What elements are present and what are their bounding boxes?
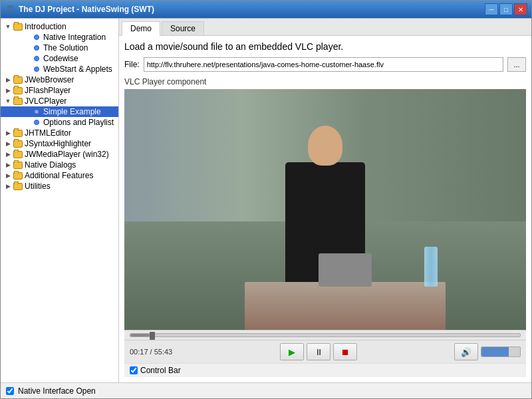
stop-icon: ⏹ — [341, 347, 350, 357]
folder-icon-introduction — [13, 22, 23, 31]
main-content: ▼ Introduction Native Integration The So… — [1, 18, 531, 382]
control-bar-row: Control Bar — [124, 363, 526, 377]
sidebar-item-the-solution[interactable]: The Solution — [1, 43, 118, 53]
dot-icon-simple-example — [31, 107, 42, 116]
water-bottle — [424, 247, 438, 287]
sidebar-item-native-dialogs[interactable]: ▶ Native Dialogs — [1, 160, 118, 170]
dot-icon-codewise — [31, 54, 42, 63]
seek-bar[interactable] — [130, 333, 521, 337]
toggle-utilities: ▶ — [3, 182, 13, 191]
sidebar-item-jflashplayer[interactable]: ▶ JFlashPlayer — [1, 85, 118, 96]
sidebar-item-webstart-applets[interactable]: WebStart & Applets — [1, 64, 118, 74]
sidebar-item-utilities[interactable]: ▶ Utilities — [1, 181, 118, 192]
label-options-playlist: Options and Playlist — [42, 118, 114, 127]
sidebar-item-native-integration[interactable]: Native Integration — [1, 32, 118, 43]
sidebar-item-simple-example[interactable]: Simple Example — [1, 106, 118, 117]
pause-button[interactable]: ⏸ — [307, 343, 331, 360]
status-bar: Native Interface Open — [1, 382, 531, 398]
volume-slider[interactable] — [481, 346, 521, 357]
spacer-2 — [22, 43, 31, 53]
vlc-label: VLC Player component — [124, 77, 526, 86]
native-interface-checkbox[interactable] — [6, 387, 14, 395]
folder-icon-jwmediaplayer — [13, 150, 23, 159]
sidebar-item-jsyntaxhighlighter[interactable]: ▶ JSyntaxHighlighter — [1, 138, 118, 149]
dot-icon-the-solution — [31, 43, 42, 53]
title-controls: ─ □ ✕ — [485, 3, 527, 15]
label-introduction: Introduction — [23, 22, 66, 31]
play-icon: ▶ — [289, 347, 295, 357]
label-utilities: Utilities — [23, 182, 51, 191]
toggle-introduction: ▼ — [3, 22, 13, 31]
native-interface-label: Native Interface Open — [18, 386, 96, 396]
folder-icon-native-dialogs — [13, 160, 23, 170]
file-row: File: ... — [124, 57, 526, 72]
tab-source[interactable]: Source — [162, 21, 204, 35]
label-jvlcplayer: JVLCPlayer — [23, 96, 66, 106]
sidebar-item-jvlcplayer[interactable]: ▼ JVLCPlayer — [1, 96, 118, 106]
play-button[interactable]: ▶ — [280, 343, 304, 360]
toggle-additional-features: ▶ — [3, 171, 13, 180]
video-frame — [124, 89, 526, 330]
video-container — [124, 89, 526, 330]
folder-icon-jflashplayer — [13, 86, 23, 95]
volume-icon: 🔊 — [461, 347, 471, 357]
window-title: The DJ Project - NativeSwing (SWT) — [19, 5, 154, 14]
panel-title: Load a movie/sound file to an embedded V… — [124, 41, 526, 52]
toggle-jhtmleditor: ▶ — [3, 128, 13, 138]
volume-button[interactable]: 🔊 — [454, 343, 478, 360]
controls-bar: 00:17 / 55:43 ▶ ⏸ ⏹ 🔊 — [124, 340, 526, 363]
dot-icon-native-integration — [31, 33, 42, 42]
spacer-3 — [22, 54, 31, 63]
label-jhtmleditor: JHTMLEditor — [23, 128, 71, 138]
tab-bar: Demo Source — [119, 19, 531, 36]
folder-icon-jsyntaxhighlighter — [13, 139, 23, 148]
toggle-jsyntaxhighlighter: ▶ — [3, 139, 13, 148]
toggle-jvlcplayer: ▼ — [3, 96, 13, 106]
spacer-5 — [22, 107, 31, 116]
maximize-button[interactable]: □ — [499, 3, 513, 15]
label-native-integration: Native Integration — [42, 33, 106, 42]
minimize-button[interactable]: ─ — [485, 3, 498, 15]
sidebar-item-introduction[interactable]: ▼ Introduction — [1, 21, 118, 32]
sidebar: ▼ Introduction Native Integration The So… — [1, 19, 119, 382]
laptop — [319, 253, 372, 287]
label-jwmediaplayer: JWMediaPlayer (win32) — [23, 150, 109, 159]
toggle-jflashplayer: ▶ — [3, 86, 13, 95]
presenter-head — [308, 126, 342, 166]
right-panel: Demo Source Load a movie/sound file to a… — [119, 19, 531, 382]
sidebar-item-codewise[interactable]: Codewise — [1, 53, 118, 64]
sidebar-item-jhtmleditor[interactable]: ▶ JHTMLEditor — [1, 128, 118, 138]
spacer-4 — [22, 65, 31, 74]
label-the-solution: The Solution — [42, 43, 88, 53]
file-input[interactable] — [144, 57, 503, 72]
control-bar-label: Control Bar — [140, 366, 181, 375]
toggle-jwebbrowser: ▶ — [3, 75, 13, 84]
seek-thumb — [150, 332, 155, 340]
tab-demo[interactable]: Demo — [122, 21, 160, 36]
title-bar-left: 🎵 The DJ Project - NativeSwing (SWT) — [5, 5, 154, 14]
folder-icon-jwebbrowser — [13, 75, 23, 84]
browse-button[interactable]: ... — [507, 57, 526, 72]
sidebar-item-jwebbrowser[interactable]: ▶ JWebBrowser — [1, 74, 118, 85]
toggle-jwmediaplayer: ▶ — [3, 150, 13, 159]
podium — [245, 282, 446, 330]
control-bar-checkbox[interactable] — [130, 366, 138, 374]
label-codewise: Codewise — [42, 54, 78, 63]
dot-icon-webstart-applets — [31, 65, 42, 74]
close-button[interactable]: ✕ — [514, 3, 527, 15]
sidebar-item-options-playlist[interactable]: Options and Playlist — [1, 117, 118, 128]
file-label: File: — [124, 60, 140, 69]
sidebar-item-additional-features[interactable]: ▶ Additional Features — [1, 170, 118, 181]
spacer-1 — [22, 33, 31, 42]
folder-icon-jvlcplayer — [13, 96, 23, 106]
toggle-native-dialogs: ▶ — [3, 160, 13, 170]
folder-icon-additional-features — [13, 171, 23, 180]
stop-button[interactable]: ⏹ — [333, 343, 357, 360]
label-jsyntaxhighlighter: JSyntaxHighlighter — [23, 139, 91, 148]
label-webstart-applets: WebStart & Applets — [42, 65, 112, 74]
time-display: 00:17 / 55:43 — [130, 348, 183, 356]
label-native-dialogs: Native Dialogs — [23, 160, 76, 170]
label-additional-features: Additional Features — [23, 171, 93, 180]
title-bar: 🎵 The DJ Project - NativeSwing (SWT) ─ □… — [1, 1, 531, 18]
sidebar-item-jwmediaplayer[interactable]: ▶ JWMediaPlayer (win32) — [1, 149, 118, 160]
